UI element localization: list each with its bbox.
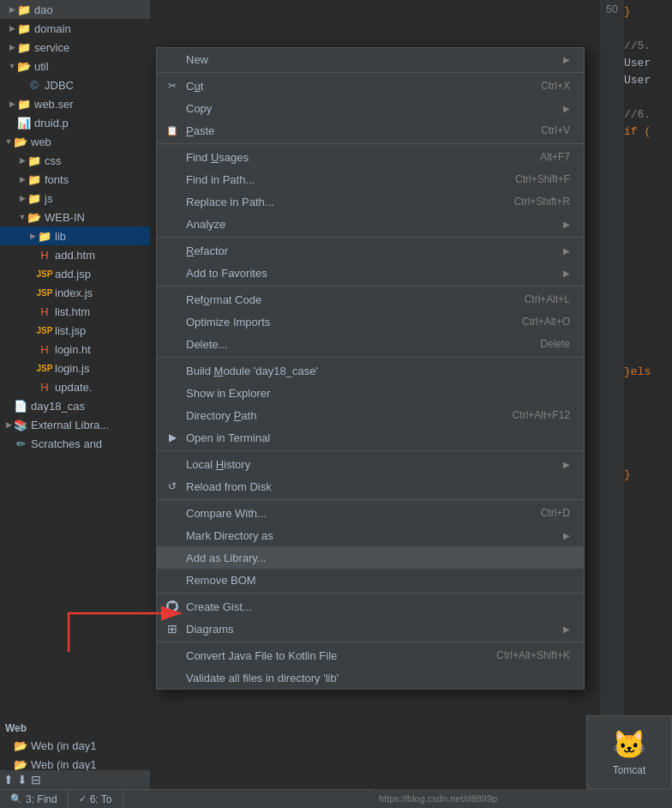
- tree-arrow-webser: ▶: [7, 99, 17, 109]
- menu-item-comparewith[interactable]: Compare With... Ctrl+D: [157, 502, 584, 524]
- status-tab-todo[interactable]: ✓ 6: To: [69, 790, 123, 808]
- menu-item-replaceinpath[interactable]: Replace in Path... Ctrl+Shift+R: [157, 190, 584, 213]
- menu-item-buildmodule[interactable]: Build Module 'day18_case': [157, 359, 584, 382]
- menu-icon-buildmodule: [164, 362, 181, 379]
- tree-item-indexjsp[interactable]: JSP index.js: [0, 283, 150, 302]
- html-icon-addhtm: H: [38, 248, 51, 262]
- menu-item-copy[interactable]: Copy ▶: [157, 97, 584, 119]
- tree-item-js[interactable]: ▶ 📁 js: [0, 189, 150, 208]
- menu-item-creategist[interactable]: Create Gist...: [157, 595, 584, 618]
- menu-item-markdirectoryas[interactable]: Mark Directory as ▶: [157, 524, 584, 546]
- menu-item-optimizeimports[interactable]: Optimize Imports Ctrl+Alt+O: [157, 311, 584, 333]
- code-line-spacer9: [624, 244, 672, 261]
- menu-item-directorypath[interactable]: Directory Path Ctrl+Alt+F12: [157, 404, 584, 426]
- tree-item-css[interactable]: ▶ 📁 css: [0, 151, 150, 170]
- menu-label-creategist: Create Gist...: [186, 600, 570, 613]
- menu-shortcut-directorypath: Ctrl+Alt+F12: [513, 409, 570, 421]
- folder-icon-util: 📂: [17, 59, 31, 73]
- tree-item-fonts[interactable]: ▶ 📁 fonts: [0, 170, 150, 189]
- menu-item-diagrams[interactable]: ⊞ Diagrams ▶: [157, 618, 584, 640]
- menu-icon-removebom: [164, 571, 181, 588]
- tree-item-dao[interactable]: ▶ 📁 dao: [0, 0, 150, 19]
- menu-icon-comparewith: [164, 504, 181, 522]
- menu-item-paste[interactable]: 📋 Paste Ctrl+V: [157, 119, 584, 142]
- tree-item-druid[interactable]: 📊 druid.p: [0, 113, 150, 132]
- menu-icon-validateall: [164, 669, 181, 686]
- lib-icon-extlib: 📚: [14, 418, 27, 431]
- menu-shortcut-paste: Ctrl+V: [541, 124, 570, 136]
- find-label: 3: Find: [26, 793, 57, 805]
- tomcat-panel[interactable]: 🐱 Tomcat: [586, 715, 672, 789]
- toolbar-icon-1[interactable]: ⬆: [3, 773, 14, 787]
- menu-item-showinexplorer[interactable]: Show in Explorer: [157, 382, 584, 404]
- java-icon-jdbc: ©: [27, 78, 41, 92]
- tree-label-web: web: [31, 136, 51, 148]
- status-bar: 🔍 3: Find ✓ 6: To ▶ Tomcat ▶ Terminal ht…: [0, 789, 672, 808]
- menu-label-copy: Copy: [186, 102, 556, 115]
- menu-sep-6: [157, 450, 584, 451]
- tree-item-loginjsp[interactable]: JSP login.js: [0, 359, 150, 377]
- menu-item-openinterminal[interactable]: ▶ Open in Terminal: [157, 426, 584, 449]
- code-line-brace1: }: [624, 3, 672, 21]
- folder-icon-webinf: 📂: [27, 210, 41, 224]
- tree-item-service[interactable]: ▶ 📁 service: [0, 38, 150, 57]
- folder-icon-webser: 📁: [17, 97, 31, 111]
- tree-label-dao: dao: [34, 3, 53, 16]
- tree-item-lib[interactable]: ▶ 📁 lib: [0, 226, 150, 245]
- menu-shortcut-delete: Delete: [540, 338, 570, 350]
- menu-icon-creategist: [164, 598, 181, 615]
- tree-item-webinf[interactable]: ▼ 📂 WEB-IN: [0, 208, 150, 226]
- tree-item-listhtm[interactable]: H list.htm: [0, 302, 150, 321]
- menu-item-refactor[interactable]: Refactor ▶: [157, 239, 584, 262]
- jsp-icon-indexjsp: JSP: [38, 286, 51, 299]
- menu-item-analyze[interactable]: Analyze ▶: [157, 213, 584, 235]
- toolbar-icon-3[interactable]: ⊟: [31, 773, 41, 787]
- folder-icon-web: 📂: [14, 135, 27, 148]
- menu-icon-findinpath: [164, 171, 181, 188]
- status-tab-find[interactable]: 🔍 3: Find: [0, 790, 69, 808]
- menu-item-delete[interactable]: Delete... Delete: [157, 333, 584, 355]
- menu-item-reformatcode[interactable]: Reformat Code Ctrl+Alt+L: [157, 288, 584, 311]
- tree-item-webser[interactable]: ▶ 📁 web.ser: [0, 94, 150, 113]
- menu-item-findinpath[interactable]: Find in Path... Ctrl+Shift+F: [157, 168, 584, 190]
- menu-arrow-localhistory: ▶: [563, 460, 570, 469]
- menu-item-validateall[interactable]: Validate all files in directory 'lib': [157, 666, 584, 689]
- tree-item-addjsp[interactable]: JSP add.jsp: [0, 264, 150, 283]
- tree-item-extlib[interactable]: ▶ 📚 External Libra...: [0, 415, 150, 434]
- tree-label-service: service: [34, 41, 69, 54]
- menu-item-new[interactable]: New ▶: [157, 48, 584, 70]
- menu-item-cut[interactable]: ✂ Cut Ctrl+X: [157, 75, 584, 97]
- menu-label-findusages: Find Usages: [186, 151, 526, 164]
- menu-icon-optimizeimports: [164, 313, 181, 330]
- tree-item-update[interactable]: H update.: [0, 377, 150, 396]
- tree-item-web[interactable]: ▼ 📂 web: [0, 132, 150, 151]
- menu-item-localhistory[interactable]: Local History ▶: [157, 453, 584, 475]
- tree-item-util[interactable]: ▼ 📂 util: [0, 57, 150, 75]
- tree-item-listjsp[interactable]: JSP list.jsp: [0, 321, 150, 340]
- code-line-spacer14: [624, 329, 672, 347]
- menu-item-addfavorites[interactable]: Add to Favorites ▶: [157, 262, 584, 284]
- menu-item-convertjava[interactable]: Convert Java File to Kotlin File Ctrl+Al…: [157, 644, 584, 666]
- menu-item-addaslibrary[interactable]: Add as Library...: [157, 546, 584, 569]
- menu-item-findusages[interactable]: Find Usages Alt+F7: [157, 146, 584, 168]
- menu-arrow-copy: ▶: [563, 104, 570, 113]
- tree-label-day18: day18_cas: [31, 400, 85, 413]
- tree-item-jdbc[interactable]: © JDBC: [0, 75, 150, 94]
- tree-item-day18case[interactable]: 📄 day18_cas: [0, 396, 150, 415]
- tree-spacer-day18: [3, 401, 14, 411]
- menu-label-removebom: Remove BOM: [186, 574, 570, 587]
- menu-label-addfavorites: Add to Favorites: [186, 267, 556, 280]
- menu-item-reloadfromdisk[interactable]: ↺ Reload from Disk: [157, 475, 584, 497]
- tree-item-scratches[interactable]: ✏ Scratches and: [0, 434, 150, 453]
- tree-item-web-day1a[interactable]: 📂 Web (in day1: [0, 736, 150, 755]
- tree-label-util: util: [34, 60, 49, 73]
- menu-sep-8: [157, 593, 584, 594]
- tree-item-addhtm[interactable]: H add.htm: [0, 245, 150, 264]
- menu-shortcut-cut: Ctrl+X: [541, 80, 570, 92]
- menu-arrow-new: ▶: [563, 55, 570, 64]
- tree-item-loginht[interactable]: H login.ht: [0, 340, 150, 359]
- toolbar-icon-2[interactable]: ⬇: [17, 773, 27, 787]
- menu-shortcut-optimizeimports: Ctrl+Alt+O: [522, 316, 570, 328]
- menu-item-removebom[interactable]: Remove BOM: [157, 569, 584, 591]
- tree-item-domain[interactable]: ▶ 📁 domain: [0, 19, 150, 38]
